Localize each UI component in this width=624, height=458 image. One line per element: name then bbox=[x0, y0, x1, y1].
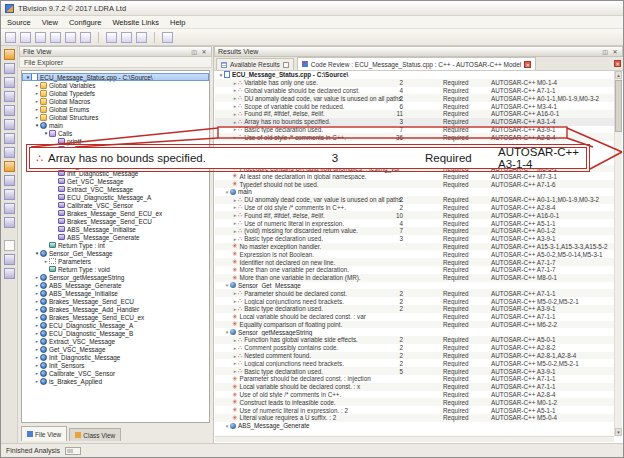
result-row[interactable]: ▸∴Use of old style /* comments in C++.2R… bbox=[215, 204, 614, 212]
flowgraph-icon[interactable] bbox=[4, 147, 15, 158]
new-file-icon[interactable] bbox=[5, 32, 16, 43]
vertical-scrollbar[interactable]: ▲ ▼ bbox=[614, 71, 622, 436]
result-row[interactable]: ▸∴Use of old style /* comments in C++.36… bbox=[215, 133, 614, 141]
result-row[interactable]: ✳More than one variable in declaration (… bbox=[215, 274, 614, 282]
result-row[interactable]: ▾Sensor_getMessageString bbox=[215, 328, 614, 336]
tab-class-view[interactable]: Class View bbox=[69, 428, 121, 441]
callgraph-icon[interactable] bbox=[4, 133, 15, 144]
menu-configure[interactable]: Configure bbox=[69, 18, 102, 27]
source-icon[interactable] bbox=[4, 77, 15, 88]
tab-file-view[interactable]: File View bbox=[21, 426, 67, 441]
result-row[interactable]: ▸∴Basic type declaration used.3RequiredA… bbox=[215, 235, 614, 243]
save-icon[interactable] bbox=[4, 63, 15, 74]
tree-item[interactable]: ▸Init_Diagnostic_Message bbox=[22, 353, 209, 361]
copy-icon[interactable] bbox=[20, 32, 31, 43]
duplicate-icon[interactable] bbox=[35, 32, 46, 43]
split-right-icon[interactable] bbox=[136, 32, 147, 43]
tree-item[interactable]: ▸ABS_Message_Initialise bbox=[22, 289, 209, 297]
tree-item[interactable]: Brakes_Message_Send_ECU bbox=[22, 217, 209, 225]
result-row[interactable]: ✳Construct leads to infeasible code.Requ… bbox=[215, 398, 614, 406]
toggle-box[interactable] bbox=[283, 62, 289, 68]
form-icon[interactable] bbox=[106, 32, 117, 43]
tree-item[interactable]: ▸Calibrate_VSC_Sensor bbox=[22, 369, 209, 377]
scroll-up-icon[interactable]: ▲ bbox=[615, 71, 622, 79]
result-row[interactable]: ✳Use of old style /* comments in C++.Req… bbox=[215, 391, 614, 399]
tree-item[interactable]: printf bbox=[22, 137, 209, 145]
tree-item[interactable]: Calibrate_VSC_Sensor bbox=[22, 201, 209, 209]
tabstrip-close-icon[interactable]: ✕ bbox=[614, 60, 621, 67]
result-row[interactable]: ▾Sensor_Get_Message bbox=[215, 282, 614, 290]
tree-item[interactable]: ▸Global Structures bbox=[22, 113, 209, 121]
result-row[interactable]: ▸∴Found #if, #ifdef, #else, #elif.10Requ… bbox=[215, 211, 614, 219]
tree-item[interactable]: ▸Global Typedefs bbox=[22, 89, 209, 97]
result-row[interactable]: ▸∴Nested comment found.2RequiredAUTOSAR-… bbox=[215, 352, 614, 360]
result-row[interactable]: ▸∴Basic type declaration used.7RequiredA… bbox=[215, 126, 614, 134]
result-row[interactable]: ▸∴Global variable should be declared con… bbox=[215, 87, 614, 95]
menu-help[interactable]: Help bbox=[170, 18, 185, 27]
result-row[interactable]: ▸∴DU anomaly dead code, var value is unu… bbox=[215, 196, 614, 204]
tree-item[interactable]: ▸Global Variables bbox=[22, 81, 209, 89]
tree-item[interactable]: Return Type : int bbox=[22, 241, 209, 249]
tree-item[interactable]: ▸is_Brakes_Applied bbox=[22, 377, 209, 385]
result-row[interactable]: ▸∴Basic type declaration used.2RequiredA… bbox=[215, 305, 614, 313]
tree-item[interactable]: ▸Parameters bbox=[22, 257, 209, 265]
result-row[interactable]: ▾main bbox=[215, 188, 614, 196]
result-row[interactable]: ✳Expression is not Boolean.RequiredAUTOS… bbox=[215, 250, 614, 258]
chart-icon[interactable] bbox=[4, 203, 15, 214]
configure-view-icon[interactable] bbox=[80, 32, 91, 43]
compare-icon[interactable] bbox=[4, 175, 15, 186]
tree-item[interactable]: ▸Global Enums bbox=[22, 105, 209, 113]
tree-item[interactable]: ▾main bbox=[22, 121, 209, 129]
tree-item[interactable]: ECU_Diagnostic_Message_A bbox=[22, 193, 209, 201]
tree-item[interactable]: Extract_VSC_Message bbox=[22, 185, 209, 193]
tree-item[interactable]: ▾Calls bbox=[22, 129, 209, 137]
result-row[interactable]: ▸∴Found #if, #ifdef, #else, #elif.11Requ… bbox=[215, 110, 614, 118]
pin-icon[interactable]: ◫ bbox=[190, 49, 198, 55]
close-icon[interactable]: ✕ bbox=[611, 49, 619, 55]
menu-view[interactable]: View bbox=[42, 18, 58, 27]
tree-item[interactable]: ▾ECU_Message_Status.cpp - C:\Source\ bbox=[22, 73, 209, 81]
result-row[interactable]: ▾ABS_Message_Generate bbox=[215, 422, 614, 430]
tree-item[interactable]: ABS_Message_Initialise bbox=[22, 225, 209, 233]
config-icon[interactable] bbox=[4, 254, 15, 265]
result-row[interactable]: ✳Identifier not declared on new line.Req… bbox=[215, 258, 614, 266]
menu-source[interactable]: Source bbox=[7, 18, 31, 27]
result-row[interactable]: ✳Literal value requires a U suffix. : 2R… bbox=[215, 414, 614, 422]
tree-item[interactable]: ▾Sensor_Get_Message bbox=[22, 249, 209, 257]
tree-item[interactable]: ▸ECU_Diagnostic_Message_B bbox=[22, 329, 209, 337]
result-row[interactable]: ▸∴Function has global variable side effe… bbox=[215, 336, 614, 344]
tree-item[interactable]: ▸Brakes_Message_Add_Handler bbox=[22, 305, 209, 313]
scrollbar-thumb[interactable] bbox=[615, 80, 622, 132]
result-row[interactable]: ▸∴Logical conjunctions need brackets.2Re… bbox=[215, 297, 614, 305]
design-review-icon[interactable] bbox=[4, 119, 15, 130]
close-icon[interactable]: ✕ bbox=[200, 49, 208, 55]
horizontal-scrollbar[interactable] bbox=[215, 436, 614, 442]
result-row[interactable]: ▸∴Logical conjunctions need brackets.2Re… bbox=[215, 359, 614, 367]
quality-review-icon[interactable] bbox=[4, 105, 15, 116]
result-row[interactable]: ▸∴Comment possibly contains code.2Requir… bbox=[215, 344, 614, 352]
open-report-icon[interactable] bbox=[50, 32, 61, 43]
tree-item[interactable]: ABS_Message_Generate bbox=[22, 233, 209, 241]
result-row[interactable]: ▾ECU_Message_Status.cpp - C:\Source\ bbox=[215, 71, 614, 79]
result-row[interactable]: ✳Parameter should be declared const. : i… bbox=[215, 375, 614, 383]
result-row[interactable]: ▸∴Scope of variable could be reduced.6Re… bbox=[215, 102, 614, 110]
result-row[interactable]: ✳Use of numeric literal in expression. :… bbox=[215, 406, 614, 414]
result-row[interactable]: ✳At least one declaration in global name… bbox=[215, 172, 614, 180]
tree-item[interactable]: ▸Brakes_Message_Send_ECU bbox=[22, 297, 209, 305]
help-icon[interactable] bbox=[4, 268, 15, 279]
tree-item[interactable]: Init_Diagnostic_Message bbox=[22, 169, 209, 177]
tree-item[interactable]: ▸Global Macros bbox=[22, 97, 209, 105]
result-row[interactable]: ▸∴Array has no bounds specified.3Require… bbox=[215, 118, 614, 126]
tree-item[interactable]: ▸Extract_VSC_Message bbox=[22, 337, 209, 345]
tree-item[interactable]: ▸ABS_Message_Generate bbox=[22, 281, 209, 289]
tree-item[interactable]: Return Type : void bbox=[22, 265, 209, 273]
project-folder-icon[interactable] bbox=[4, 49, 15, 60]
split-left-icon[interactable] bbox=[121, 32, 132, 43]
result-row[interactable]: ▸∴Parameter should be declared const.2Re… bbox=[215, 289, 614, 297]
export-icon[interactable] bbox=[4, 217, 15, 228]
tab-close-icon[interactable]: ✕ bbox=[524, 61, 531, 68]
result-row[interactable]: ✳Equality comparison of floating point.R… bbox=[215, 321, 614, 329]
tree-item[interactable]: ▸Get_VSC_Message bbox=[22, 345, 209, 353]
tree-item[interactable]: ▸Brakes_Message_Send_ECU_ex bbox=[22, 313, 209, 321]
tab-available-results[interactable]: Available Results bbox=[216, 58, 294, 70]
